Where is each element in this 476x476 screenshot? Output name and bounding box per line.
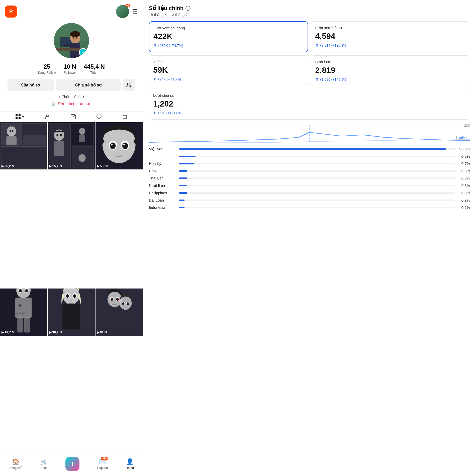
video-cell-6[interactable]: ▶ 61 N [96, 289, 143, 336]
metric-card-binh-luan[interactable]: Bình luận 2,819 ⬆ +1,686 (+148.8%) [311, 55, 470, 86]
nav-trang-chu[interactable]: 🏠 Trang chủ [9, 458, 23, 470]
metric-value-shares: 1,202 [153, 99, 466, 109]
country-name-us: Hoa Kỳ [149, 161, 179, 166]
country-name-tw: Đài Loan [149, 198, 179, 202]
svg-rect-18 [16, 117, 18, 119]
country-row-tw: Đài Loan 0.2% [149, 198, 470, 202]
svg-point-54 [123, 144, 125, 146]
metric-card-thich[interactable]: Thích 59K ⬆ +24K (+70.5%) [149, 55, 308, 86]
avatar-small-container: 99 [116, 5, 129, 18]
country-pct-ph: 0.3% [455, 191, 470, 195]
p-badge: P [5, 6, 17, 18]
header-right: 99 ☰ [116, 5, 138, 18]
profile-icon: 👤 [126, 458, 134, 465]
tab-tag[interactable] [70, 114, 76, 120]
svg-rect-45 [79, 135, 85, 142]
svg-rect-16 [16, 114, 18, 116]
country-row-unk: 0.8% [149, 154, 470, 158]
stat-dang-follow: 25 Đang Follow [38, 63, 56, 74]
content-tab-bar [0, 111, 143, 122]
country-pct-vn: 96.8% [455, 147, 470, 151]
svg-point-13 [127, 83, 129, 85]
country-name-jp: Nhật Bản [149, 183, 179, 188]
metric-card-luot-chia-se[interactable]: Lượt chia sẻ 1,202 ⬆ +660 (+121.8%) [149, 89, 470, 120]
svg-point-46 [79, 154, 86, 162]
video-cell-5[interactable]: ▶ 39,7 N [48, 289, 95, 336]
up-arrow-0: ⬆ [153, 43, 157, 48]
tab-repost[interactable] [122, 114, 128, 120]
don-hang-link[interactable]: 🛒 Đơn hàng của bạn [51, 102, 91, 106]
video-grid: v ▶ 26,2 N [0, 122, 143, 454]
play-icon-6: ▶ [97, 331, 99, 334]
chia-se-ho-so-button[interactable]: Chia sẻ hồ sơ [56, 79, 121, 91]
svg-rect-17 [19, 114, 21, 116]
metric-label-shares: Lượt chia sẻ [153, 93, 466, 98]
country-pct-jp: 0.3% [455, 183, 470, 188]
stat-follower: 10 N Follower [63, 63, 76, 74]
profile-section: + 25 Đang Follow 10 N Follower 445,4 N T… [0, 21, 143, 111]
country-bar-unk [179, 156, 455, 157]
svg-rect-64 [17, 317, 23, 333]
video-cell-2[interactable]: ▶ 15,2 N [48, 122, 95, 169]
stat-number-follower: 10 N [63, 63, 76, 70]
metric-card-luot-xem-bai-dang[interactable]: Lượt xem bài đăng 422K ⬆ +180K (+74.7%) [149, 21, 308, 52]
svg-point-51 [111, 144, 113, 146]
nav-shop[interactable]: 🛒 Shop [40, 458, 48, 470]
nav-create-button[interactable]: + [65, 457, 79, 471]
video-count-1: ▶ 26,2 N [2, 164, 14, 168]
country-row-us: Hoa Kỳ 0.7% [149, 161, 470, 166]
svg-point-60 [25, 289, 28, 292]
svg-point-50 [110, 142, 116, 149]
svg-point-8 [75, 39, 76, 40]
video-cell-3[interactable]: ▶ 5.923 [96, 122, 143, 169]
svg-rect-10 [64, 44, 71, 47]
country-bar-vn [179, 148, 455, 150]
tab-lock[interactable] [45, 114, 50, 120]
svg-point-84 [127, 302, 129, 305]
chart-max-label: 22K [464, 124, 470, 127]
sua-ho-so-button[interactable]: Sửa hồ sơ [8, 79, 54, 91]
country-pct-th: 0.3% [455, 176, 470, 180]
nav-trang-chu-label: Trang chủ [9, 466, 23, 470]
nav-hop-thu[interactable]: ✉️ 99+ Hộp thư [97, 458, 108, 470]
video-cell-1[interactable]: v ▶ 26,2 N [0, 122, 47, 169]
country-bar-tw [179, 200, 455, 201]
stat-label-follow: Đang Follow [38, 71, 56, 74]
svg-point-80 [119, 297, 132, 310]
country-pct-us: 0.7% [455, 161, 470, 166]
country-name-th: Thái Lan [149, 176, 179, 180]
action-buttons: Sửa hồ sơ Chia sẻ hồ sơ [5, 79, 138, 91]
metric-label-1: Lượt xem hồ sơ [315, 26, 466, 30]
cart-icon: 🛒 [51, 102, 56, 106]
add-follow-button[interactable] [123, 79, 135, 91]
info-icon[interactable]: i [185, 6, 191, 11]
main-avatar: + [54, 23, 89, 58]
tab-liked[interactable] [96, 114, 102, 120]
chart-area: 22K [149, 124, 470, 144]
them-tieu-su-link[interactable]: + Thêm tiểu sử [59, 94, 84, 99]
svg-marker-20 [22, 116, 24, 118]
country-bar-th [179, 177, 455, 179]
play-icon-3: ▶ [97, 164, 99, 168]
hamburger-menu[interactable]: ☰ [132, 8, 138, 15]
add-avatar-btn[interactable]: + [79, 48, 87, 57]
metric-label-3: Bình luận [315, 60, 466, 64]
svg-text:9: 9 [18, 303, 21, 308]
nav-ho-so[interactable]: 👤 Hồ sơ [126, 458, 134, 470]
country-pct-unk: 0.8% [455, 154, 470, 158]
change-text-3: +1,686 (+148.8%) [320, 77, 348, 81]
country-bar-br [179, 170, 455, 172]
shop-icon: 🛒 [40, 458, 48, 465]
video-cell-4[interactable]: 9 SEIRYO ▶ 18,7 N [0, 289, 47, 336]
metric-card-luot-xem-ho-so[interactable]: Lượt xem hồ sơ 4,594 ⬆ +2,514 (+120.9%) [311, 21, 470, 52]
svg-point-23 [72, 116, 72, 116]
country-bar-id [179, 207, 455, 208]
play-icon-2: ▶ [49, 164, 51, 168]
tab-grid[interactable] [15, 114, 24, 120]
svg-point-71 [73, 294, 76, 298]
up-arrow-1: ⬆ [315, 43, 319, 48]
video-count-6: ▶ 61 N [97, 330, 107, 334]
svg-rect-34 [6, 136, 17, 145]
metric-change-3: ⬆ +1,686 (+148.8%) [315, 77, 466, 82]
play-icon-1: ▶ [2, 164, 4, 168]
